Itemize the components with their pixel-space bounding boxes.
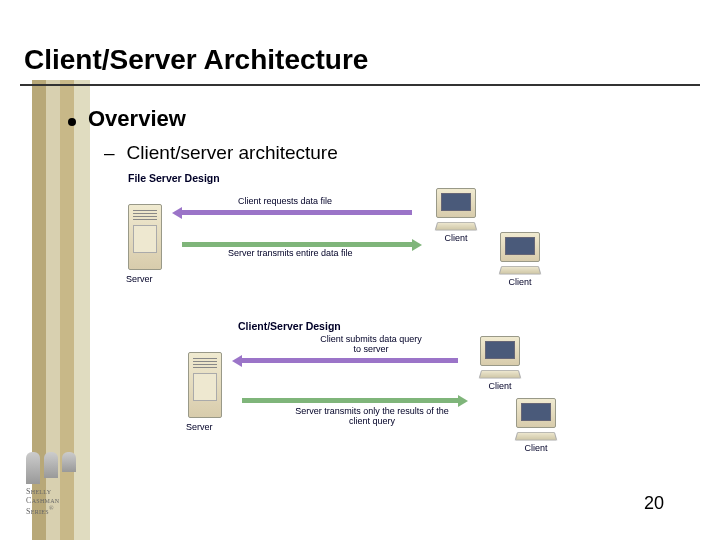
subbullet-1-text: Client/server architecture	[127, 142, 338, 164]
diagram-2-title: Client/Server Design	[238, 320, 558, 332]
arrow-response	[182, 242, 412, 247]
arrow-query-label: Client submits data query to server	[316, 334, 426, 354]
page-number: 20	[644, 493, 664, 514]
diagram-1-title: File Server Design	[128, 172, 558, 184]
keyboard-icon	[435, 222, 478, 231]
client-2: Client	[508, 398, 564, 453]
arrow-response-label: Server transmits entire data file	[228, 248, 353, 258]
logo-line3: Series	[26, 507, 49, 516]
monitor-icon	[480, 336, 520, 366]
client-1-label: Client	[428, 233, 484, 243]
arrow-results-label: Server transmits only the results of the…	[292, 406, 452, 426]
dash-icon: –	[104, 142, 115, 164]
logo-text: Shelly Cashman Series®	[26, 488, 98, 516]
server-label: Server	[126, 274, 153, 284]
arrow-query	[242, 358, 458, 363]
bullet-dot-icon	[68, 118, 76, 126]
diagram-file-server: File Server Design Server Client request…	[128, 172, 558, 312]
monitor-icon	[436, 188, 476, 218]
client-1: Client	[472, 336, 528, 391]
arrow-request	[182, 210, 412, 215]
bullet-1-text: Overview	[88, 106, 186, 132]
diagrams: File Server Design Server Client request…	[128, 172, 558, 470]
title-area: Client/Server Architecture	[0, 0, 720, 80]
logo-bars-icon	[26, 452, 98, 484]
monitor-icon	[500, 232, 540, 262]
server-icon	[128, 204, 162, 270]
client-2-label: Client	[492, 277, 548, 287]
client-1: Client	[428, 188, 484, 243]
client-2: Client	[492, 232, 548, 287]
keyboard-icon	[479, 370, 522, 379]
keyboard-icon	[499, 266, 542, 275]
subbullet-1: – Client/server architecture	[104, 142, 720, 164]
bullet-1: Overview	[68, 106, 720, 132]
diagram-client-server: Client/Server Design Server Client submi…	[128, 320, 558, 470]
arrow-request-label: Client requests data file	[238, 196, 332, 206]
server-label: Server	[186, 422, 213, 432]
client-2-label: Client	[508, 443, 564, 453]
keyboard-icon	[515, 432, 558, 441]
client-1-label: Client	[472, 381, 528, 391]
registered-icon: ®	[49, 505, 54, 511]
slide-body: Overview – Client/server architecture Fi…	[0, 86, 720, 470]
monitor-icon	[516, 398, 556, 428]
arrow-results	[242, 398, 458, 403]
logo-line2: Cashman	[26, 496, 59, 505]
publisher-logo: Shelly Cashman Series®	[26, 452, 98, 516]
server-icon	[188, 352, 222, 418]
slide: Client/Server Architecture Overview – Cl…	[0, 0, 720, 540]
page-title: Client/Server Architecture	[24, 44, 720, 76]
